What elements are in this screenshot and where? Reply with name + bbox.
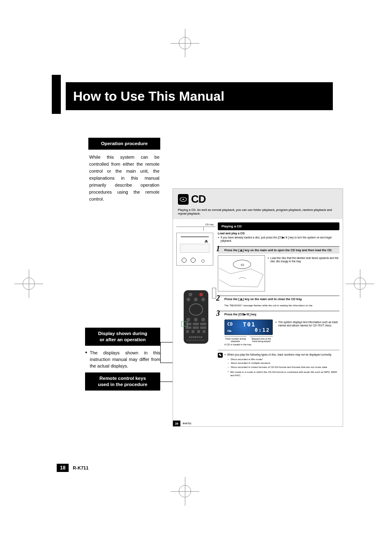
page-title: How to Use This Manual bbox=[66, 82, 333, 110]
callout-remote-heading: Remote control keys used in the procedur… bbox=[85, 372, 160, 391]
playing-a-cd-heading: Playing a CD Load and play a CD. ●If you… bbox=[218, 222, 339, 243]
page-number: 18 bbox=[57, 464, 69, 472]
remote-highlight bbox=[181, 321, 188, 326]
page-footer: 18 R-K711 bbox=[57, 464, 88, 472]
cd-tray-label: CD tray bbox=[176, 223, 214, 226]
lcd-caption: A CD is loaded in the tray. bbox=[224, 343, 273, 346]
remote-control-illustration: KENWOOD DIGITAL AUDIO RECEIVER bbox=[184, 290, 208, 344]
load-cd-illustration bbox=[218, 255, 265, 291]
callout-display: Display shown during or after an operati… bbox=[85, 328, 160, 370]
callout-remote: Remote control keys used in the procedur… bbox=[85, 372, 160, 391]
step-1: 1 Press the [] key on the main unit to o… bbox=[218, 246, 339, 254]
callout-operation-body: While this system can be controlled from… bbox=[88, 154, 160, 203]
lcd-display: CD T01 CD▶ 0:12 bbox=[224, 319, 273, 335]
page-model: R-K711 bbox=[73, 465, 88, 470]
embedded-footer: 26 R-K711 bbox=[173, 421, 343, 426]
embedded-title: CD bbox=[191, 193, 206, 206]
callout-display-bullet: ● The displays shown in this instruction… bbox=[85, 350, 160, 370]
elapsed-time-label: Elapsed time of the track being played bbox=[250, 336, 273, 343]
svg-point-1 bbox=[182, 199, 184, 200]
note-icon: ✎ bbox=[218, 353, 223, 358]
callout-operation-heading: Operation procedure bbox=[88, 138, 160, 150]
cd-icon bbox=[178, 194, 189, 205]
eject-key-icon bbox=[205, 240, 208, 243]
step-3: 3 Press the [CD▶/⏸] key. bbox=[218, 311, 339, 318]
callout-operation: Operation procedure While this system ca… bbox=[88, 138, 160, 203]
track-number-label: Track number during playback bbox=[224, 336, 247, 343]
step-2: 2 Press the [] key on the main unit to c… bbox=[218, 296, 339, 303]
embedded-subtitle: Playing a CD. As well as normal playback… bbox=[178, 208, 338, 216]
callout-display-heading: Display shown during or after an operati… bbox=[85, 328, 160, 346]
main-unit-illustration bbox=[176, 233, 213, 266]
embedded-sample-page: CD Playing a CD. As well as normal playb… bbox=[173, 188, 343, 427]
